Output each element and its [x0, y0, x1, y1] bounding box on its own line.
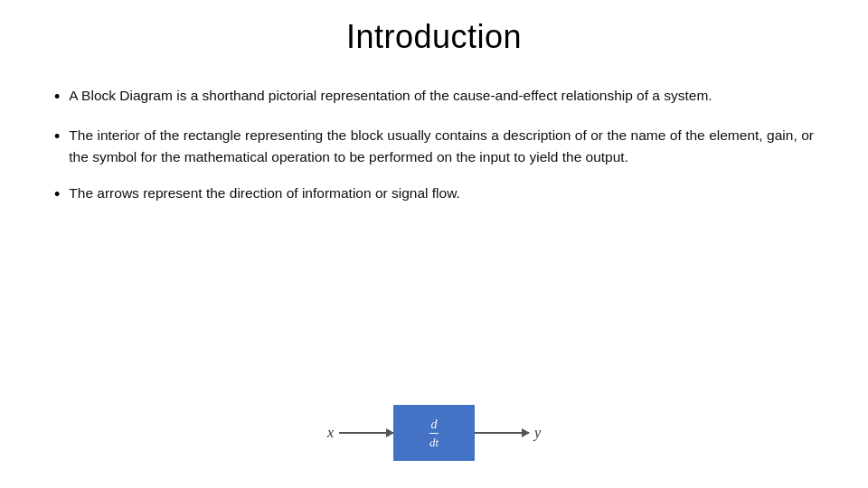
- bullet-list: • A Block Diagram is a shorthand pictori…: [54, 78, 814, 396]
- list-item: • A Block Diagram is a shorthand pictori…: [54, 78, 814, 117]
- arrow-line-left: [339, 432, 393, 434]
- fraction: d dt: [429, 418, 439, 448]
- bullet-text-1: A Block Diagram is a shorthand pictorial…: [69, 85, 814, 107]
- block-diagram: x d dt y: [54, 405, 814, 461]
- list-item: • The interior of the rectangle represen…: [54, 117, 814, 175]
- diagram-output-label: y: [534, 425, 541, 441]
- arrow-line-right: [475, 432, 529, 434]
- bullet-text-3: The arrows represent the direction of in…: [69, 183, 814, 204]
- slide: Introduction • A Block Diagram is a shor…: [0, 0, 868, 488]
- bullet-text-2: The interior of the rectangle representi…: [69, 125, 814, 168]
- bullet-dot-3: •: [54, 183, 60, 208]
- bullet-dot-2: •: [54, 125, 60, 150]
- arrow-right: [475, 432, 529, 434]
- transfer-function-box: d dt: [393, 405, 475, 461]
- list-item: • The arrows represent the direction of …: [54, 175, 814, 215]
- slide-title: Introduction: [54, 18, 814, 56]
- bullet-dot-1: •: [54, 85, 60, 110]
- arrow-left: [339, 432, 393, 434]
- denominator: dt: [429, 435, 439, 448]
- numerator: d: [429, 418, 439, 434]
- diagram-input-label: x: [327, 425, 334, 441]
